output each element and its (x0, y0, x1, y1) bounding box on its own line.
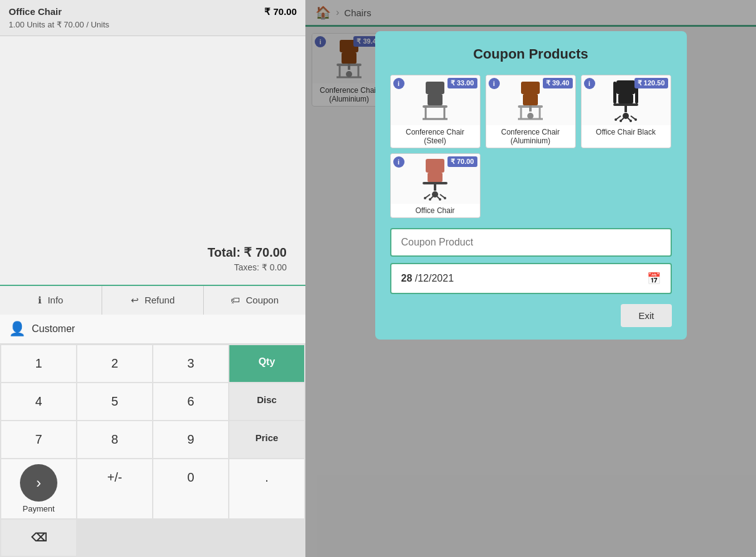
payment-circle[interactable]: › (20, 464, 57, 502)
svg-rect-42 (426, 82, 444, 94)
svg-rect-57 (618, 94, 633, 103)
coupon-products-modal: Coupon Products i ₹ 33.00 Conference C (375, 31, 687, 340)
refund-icon: ↩ (131, 295, 139, 305)
customer-row[interactable]: 👤 Customer (0, 315, 305, 344)
svg-rect-73 (423, 182, 447, 184)
num-5[interactable]: 5 (77, 383, 152, 420)
modal-name-conf-alum: Conference Chair (Aluminium) (486, 125, 575, 148)
svg-rect-59 (624, 106, 627, 112)
modal-title: Coupon Products (390, 46, 672, 62)
modal-info-icon-office[interactable]: i (393, 156, 404, 168)
order-units-info: 1.00 Units at ₹ 70.00 / Units (9, 20, 297, 29)
svg-point-80 (424, 197, 426, 199)
left-panel: Office Chair ₹ 70.00 1.00 Units at ₹ 70.… (0, 0, 305, 557)
modal-price-office-black: ₹ 120.50 (634, 78, 668, 88)
order-header: Office Chair ₹ 70.00 1.00 Units at ₹ 70.… (0, 0, 305, 36)
info-icon: ℹ (38, 295, 42, 305)
svg-point-55 (527, 113, 534, 119)
bottom-buttons: ℹ Info ↩ Refund 🏷 Coupon (0, 285, 305, 315)
svg-rect-74 (434, 184, 436, 191)
modal-products-grid: i ₹ 33.00 Conference Chair (Steel) i (390, 75, 672, 218)
exit-button[interactable]: Exit (621, 304, 671, 327)
num-7[interactable]: 7 (1, 421, 76, 458)
modal-product-conf-alum[interactable]: i ₹ 39.40 Conference Chair (Aluminium) (486, 75, 576, 148)
svg-point-68 (629, 120, 632, 122)
num-9[interactable]: 9 (153, 421, 228, 458)
calendar-icon[interactable]: 📅 (647, 272, 661, 285)
modal-info-icon-office-black[interactable]: i (584, 78, 595, 89)
coupon-button[interactable]: 🏷 Coupon (204, 286, 305, 315)
svg-rect-49 (523, 94, 538, 105)
svg-rect-58 (613, 103, 638, 106)
customer-icon: 👤 (9, 321, 26, 337)
modal-info-icon-steel[interactable]: i (393, 78, 404, 89)
payment-arrow-icon: › (36, 474, 41, 492)
modal-product-conf-steel[interactable]: i ₹ 33.00 Conference Chair (Steel) (390, 75, 481, 148)
svg-rect-48 (521, 82, 540, 94)
svg-rect-44 (423, 105, 447, 108)
info-button[interactable]: ℹ Info (0, 286, 102, 315)
svg-point-67 (620, 120, 622, 122)
coupon-product-input[interactable] (390, 228, 672, 257)
modal-price-office: ₹ 70.00 (447, 156, 477, 167)
num-dot[interactable]: . (229, 459, 304, 518)
svg-point-82 (429, 198, 431, 201)
payment-button[interactable]: › Payment (1, 459, 76, 518)
modal-name-office: Office Chair (391, 204, 480, 217)
modal-price-steel: ₹ 33.00 (447, 78, 477, 88)
num-1[interactable]: 1 (1, 345, 76, 382)
svg-rect-43 (428, 94, 443, 105)
price-button[interactable]: Price (229, 421, 304, 458)
taxes-line: Taxes: ₹ 0.00 (234, 262, 287, 272)
svg-rect-71 (426, 159, 444, 173)
svg-rect-69 (613, 82, 616, 103)
modal-date-day: 28 (401, 273, 413, 283)
customer-label: Customer (32, 323, 75, 335)
num-2[interactable]: 2 (77, 345, 152, 382)
total-line: Total: ₹ 70.00 (208, 245, 287, 260)
svg-rect-72 (428, 173, 443, 182)
order-totals: Total: ₹ 70.00 Taxes: ₹ 0.00 (0, 36, 305, 285)
modal-overlay: Coupon Products i ₹ 33.00 Conference C (305, 0, 756, 557)
modal-product-office-black[interactable]: i ₹ 120.50 (581, 75, 671, 148)
num-plusminus[interactable]: +/- (77, 459, 152, 518)
coupon-icon: 🏷 (231, 295, 240, 305)
backspace-button[interactable]: ⌫ (1, 520, 76, 556)
num-8[interactable]: 8 (77, 421, 152, 458)
order-product-name: Office Chair (9, 6, 62, 17)
modal-product-office[interactable]: i ₹ 70.00 (390, 153, 481, 218)
svg-point-65 (615, 118, 617, 121)
svg-point-66 (634, 118, 637, 121)
num-4[interactable]: 4 (1, 383, 76, 420)
qty-button[interactable]: Qty (229, 345, 304, 382)
refund-button[interactable]: ↩ Refund (102, 286, 204, 315)
modal-name-conf-steel: Conference Chair (Steel) (391, 125, 480, 148)
numpad: 1 2 3 Qty 4 5 6 Disc 7 8 9 Price › Payme… (0, 344, 305, 557)
modal-name-office-black: Office Chair Black (581, 125, 671, 139)
modal-date-rest: /12/2021 (415, 273, 454, 283)
disc-button[interactable]: Disc (229, 383, 304, 420)
svg-point-81 (444, 197, 446, 199)
svg-rect-54 (529, 105, 532, 112)
svg-rect-56 (616, 80, 635, 94)
num-3[interactable]: 3 (153, 345, 228, 382)
modal-price-alum: ₹ 39.40 (543, 78, 573, 88)
num-6[interactable]: 6 (153, 383, 228, 420)
payment-label: Payment (1, 504, 76, 513)
modal-info-icon-alum[interactable]: i (489, 78, 500, 89)
modal-date-field[interactable]: 28 /12/2021 📅 (390, 263, 672, 294)
order-item-price: ₹ 70.00 (264, 6, 297, 17)
num-0[interactable]: 0 (153, 459, 228, 518)
svg-point-83 (439, 198, 441, 201)
